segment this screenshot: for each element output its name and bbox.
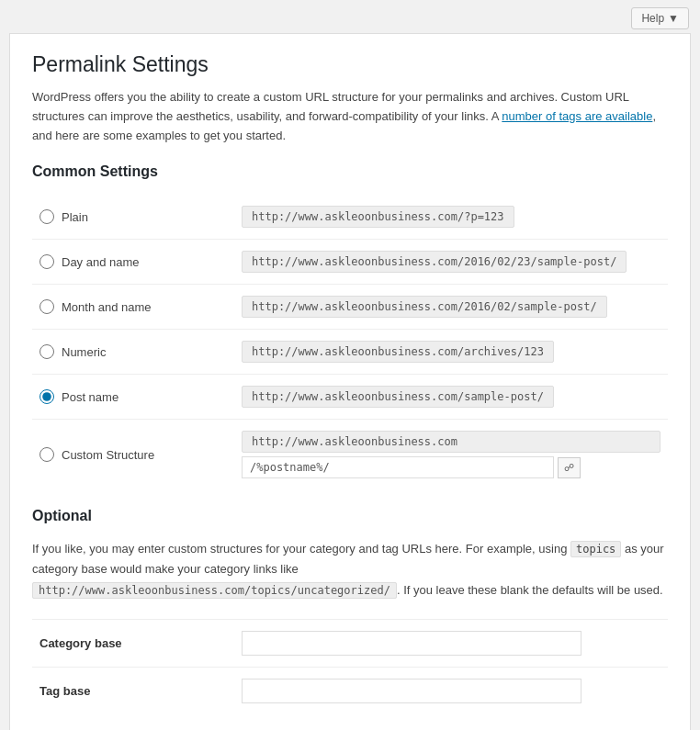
- table-row: Category base: [32, 619, 668, 667]
- table-row: Tag base: [32, 667, 668, 714]
- plain-option-label[interactable]: Plain: [40, 209, 227, 224]
- table-row: Month and name http://www.askleoonbusine…: [32, 285, 668, 330]
- common-settings-table: Plain http://www.askleoonbusiness.com/?p…: [32, 195, 668, 489]
- category-base-input[interactable]: [242, 631, 581, 656]
- url-example: http://www.askleoonbusiness.com/topics/u…: [32, 582, 397, 599]
- numeric-radio[interactable]: [40, 344, 54, 359]
- page-title: Permalink Settings: [32, 52, 668, 77]
- month-name-radio[interactable]: [40, 299, 54, 314]
- custom-structure-radio[interactable]: [40, 447, 54, 462]
- common-settings-heading: Common Settings: [32, 163, 668, 180]
- optional-description: If you like, you may enter custom struct…: [32, 539, 668, 600]
- post-name-url-preview: http://www.askleoonbusiness.com/sample-p…: [242, 386, 554, 408]
- day-name-option-label[interactable]: Day and name: [40, 254, 227, 269]
- optional-form-table: Category base Tag base: [32, 619, 668, 714]
- custom-structure-option-label[interactable]: Custom Structure: [40, 447, 227, 462]
- content-area: Permalink Settings WordPress offers you …: [9, 33, 691, 730]
- numeric-label: Numeric: [62, 345, 106, 359]
- plain-label: Plain: [62, 210, 88, 224]
- table-row: Custom Structure http://www.askleoonbusi…: [32, 420, 668, 490]
- day-name-radio[interactable]: [40, 254, 54, 269]
- month-name-url-preview: http://www.askleoonbusiness.com/2016/02/…: [242, 296, 607, 318]
- plain-url-preview: http://www.askleoonbusiness.com/?p=123: [242, 206, 514, 228]
- tag-base-label: Tag base: [40, 684, 90, 698]
- plain-radio[interactable]: [40, 209, 54, 224]
- table-row: Post name http://www.askleoonbusiness.co…: [32, 375, 668, 420]
- optional-text-1: If you like, you may enter custom struct…: [32, 542, 570, 556]
- optional-text-3: . If you leave these blank the defaults …: [397, 583, 663, 597]
- custom-structure-input[interactable]: [242, 456, 554, 478]
- help-arrow-icon: ▼: [668, 12, 679, 25]
- category-base-label: Category base: [40, 636, 122, 650]
- post-name-label: Post name: [62, 390, 119, 404]
- custom-structure-container: http://www.askleoonbusiness.com ☍: [242, 431, 660, 478]
- month-name-label: Month and name: [62, 300, 152, 314]
- insert-tag-button[interactable]: ☍: [558, 457, 581, 478]
- tags-available-link[interactable]: number of tags are available: [502, 109, 652, 123]
- top-bar: Help ▼: [0, 0, 700, 33]
- day-name-label: Day and name: [62, 255, 140, 269]
- help-button[interactable]: Help ▼: [631, 7, 689, 29]
- numeric-url-preview: http://www.askleoonbusiness.com/archives…: [242, 341, 554, 363]
- table-row: Plain http://www.askleoonbusiness.com/?p…: [32, 195, 668, 240]
- optional-section: Optional If you like, you may enter cust…: [32, 508, 668, 713]
- tag-base-input[interactable]: [242, 679, 581, 703]
- help-label: Help: [641, 12, 664, 25]
- code-example: topics: [570, 541, 621, 557]
- custom-structure-label: Custom Structure: [62, 448, 154, 462]
- post-name-radio[interactable]: [40, 389, 54, 404]
- table-row: Numeric http://www.askleoonbusiness.com/…: [32, 330, 668, 375]
- custom-url-base-preview: http://www.askleoonbusiness.com: [242, 431, 660, 453]
- custom-input-row: ☍: [242, 456, 660, 478]
- post-name-option-label[interactable]: Post name: [40, 389, 227, 404]
- page-wrapper: Help ▼ Permalink Settings WordPress offe…: [0, 0, 700, 730]
- intro-paragraph: WordPress offers you the ability to crea…: [32, 88, 668, 145]
- day-name-url-preview: http://www.askleoonbusiness.com/2016/02/…: [242, 251, 627, 273]
- numeric-option-label[interactable]: Numeric: [40, 344, 227, 359]
- month-name-option-label[interactable]: Month and name: [40, 299, 227, 314]
- optional-heading: Optional: [32, 508, 668, 524]
- table-row: Day and name http://www.askleoonbusiness…: [32, 240, 668, 285]
